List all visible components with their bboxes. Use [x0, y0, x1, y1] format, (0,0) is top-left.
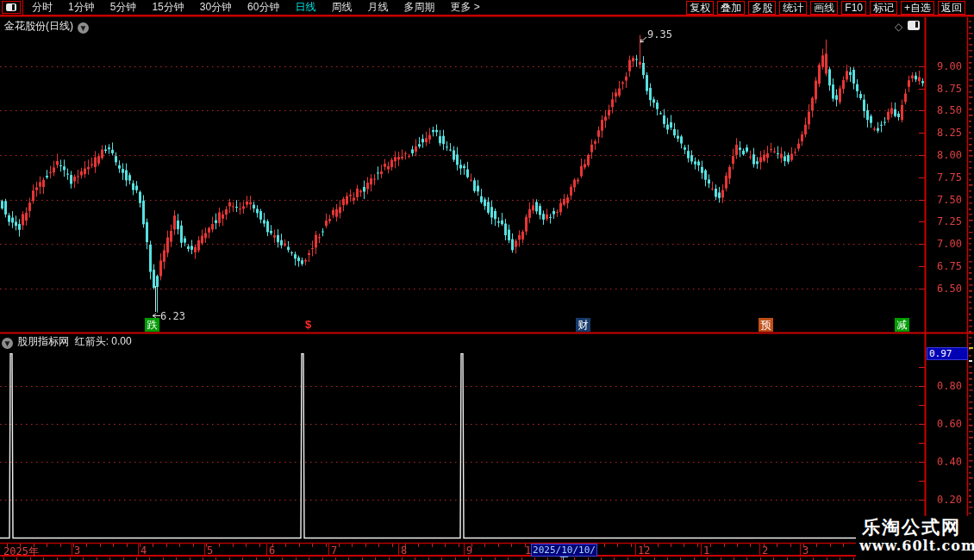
period-tab-10[interactable]: 更多 >	[442, 1, 487, 13]
toolbar-button-7[interactable]: +自选	[901, 1, 934, 15]
indicator-axis-label: 0.80	[929, 380, 962, 392]
date-highlight: 2025/10/10/五	[531, 544, 597, 557]
period-tab-8[interactable]: 月线	[359, 1, 396, 13]
stock-title: 金花股份(日线)	[4, 20, 73, 32]
indicator-scale-highlight: 0.97	[927, 347, 968, 360]
date-axis-label: 12	[638, 544, 650, 557]
period-toolbar: 分时1分钟5分钟15分钟30分钟60分钟日线周线月线多周期更多 > 复权叠加多股…	[0, 0, 974, 16]
price-axis-label: 7.50	[929, 194, 962, 206]
toolbar-button-5[interactable]: F10	[841, 1, 866, 15]
date-axis-label: 2	[762, 544, 768, 557]
toolbar-button-6[interactable]: 标记	[870, 1, 897, 15]
indicator-axis-label: 0.20	[929, 494, 962, 506]
period-tab-5[interactable]: 60分钟	[240, 1, 287, 13]
event-badge-2[interactable]: 财	[576, 318, 590, 332]
date-axis-label: 5	[207, 544, 213, 557]
annotation-low: 6.23	[160, 310, 185, 322]
panel-toggle-icon[interactable]	[908, 21, 920, 30]
date-axis-label: 7	[331, 544, 337, 557]
indicator-value: 0.00	[111, 335, 131, 347]
toolbar-buttons: 复权叠加多股统计画线F10标记+自选返回	[683, 1, 974, 15]
period-tab-9[interactable]: 多周期	[396, 1, 442, 13]
price-axis-label: 9.00	[929, 60, 962, 72]
price-axis-label: 6.50	[929, 283, 962, 295]
price-axis-label: 8.75	[929, 83, 962, 95]
period-tab-1[interactable]: 1分钟	[60, 1, 103, 13]
indicator-axis-label: 0.60	[929, 418, 962, 430]
chart-canvas[interactable]	[0, 0, 974, 560]
price-axis-label: 7.25	[929, 215, 962, 227]
toolbar-button-3[interactable]: 统计	[779, 1, 807, 15]
stock-title-row: 金花股份(日线)▼	[4, 19, 89, 34]
period-tabs: 分时1分钟5分钟15分钟30分钟60分钟日线周线月线多周期更多 >	[24, 0, 488, 15]
period-tab-4[interactable]: 30分钟	[192, 1, 240, 13]
toolbar-button-2[interactable]: 多股	[748, 1, 776, 15]
chevron-down-icon[interactable]: ▼	[78, 22, 89, 34]
layout-toggle-button[interactable]	[2, 1, 21, 14]
chart-corner-icons: ◇	[895, 21, 920, 33]
date-axis-label: 3	[802, 544, 809, 557]
price-axis-label: 6.75	[929, 260, 962, 272]
watermark-site-name: 乐淘公式网	[856, 516, 974, 538]
indicator-source[interactable]: 股朋指标网	[17, 335, 69, 347]
period-tab-2[interactable]: 5分钟	[103, 1, 145, 13]
date-axis-label: 1	[703, 544, 709, 557]
price-axis-label: 8.00	[929, 149, 962, 161]
annotation-high: 9.35	[647, 28, 672, 40]
period-tab-3[interactable]: 15分钟	[144, 1, 191, 13]
price-axis-label: 8.50	[929, 104, 962, 116]
indicator-axis-label: 0.40	[929, 456, 962, 468]
toolbar-button-8[interactable]: 返回	[938, 1, 965, 15]
date-axis-label: 4	[140, 544, 147, 557]
indicator-header: ▼股朋指标网 红箭头: 0.00	[2, 334, 132, 349]
period-tab-7[interactable]: 周线	[323, 1, 359, 13]
watermark: 乐淘公式网 www.60lt.com	[856, 516, 974, 560]
app-window: 分时1分钟5分钟15分钟30分钟60分钟日线周线月线多周期更多 > 复权叠加多股…	[0, 0, 974, 560]
date-axis-label: 3	[74, 544, 80, 557]
event-badge-4[interactable]: 减	[895, 318, 909, 332]
event-badge-3[interactable]: 预	[759, 318, 773, 332]
toolbar-button-1[interactable]: 叠加	[717, 1, 745, 15]
date-axis-label: 9	[466, 544, 472, 557]
price-axis-label: 7.00	[929, 238, 962, 250]
date-axis-label: 8	[401, 544, 407, 557]
period-tab-6[interactable]: 日线	[287, 1, 323, 13]
price-axis-label: 8.25	[929, 127, 962, 139]
toolbar-divider	[22, 0, 23, 15]
watermark-url: www.60lt.com	[856, 538, 974, 554]
indicator-name: 红箭头:	[75, 335, 109, 347]
date-axis-label: 6	[269, 544, 275, 557]
period-tab-0[interactable]: 分时	[24, 1, 60, 13]
date-axis-label: 2025年	[3, 544, 39, 559]
diamond-icon[interactable]: ◇	[895, 21, 902, 33]
toolbar-button-4[interactable]: 画线	[810, 1, 838, 15]
price-axis-label: 7.75	[929, 171, 962, 184]
chevron-down-icon[interactable]: ▼	[2, 338, 13, 349]
toolbar-button-0[interactable]: 复权	[686, 1, 714, 15]
event-badge-0[interactable]: 跌	[145, 318, 159, 332]
event-badge-1[interactable]: $	[301, 318, 315, 332]
window-split-icon	[6, 3, 16, 11]
